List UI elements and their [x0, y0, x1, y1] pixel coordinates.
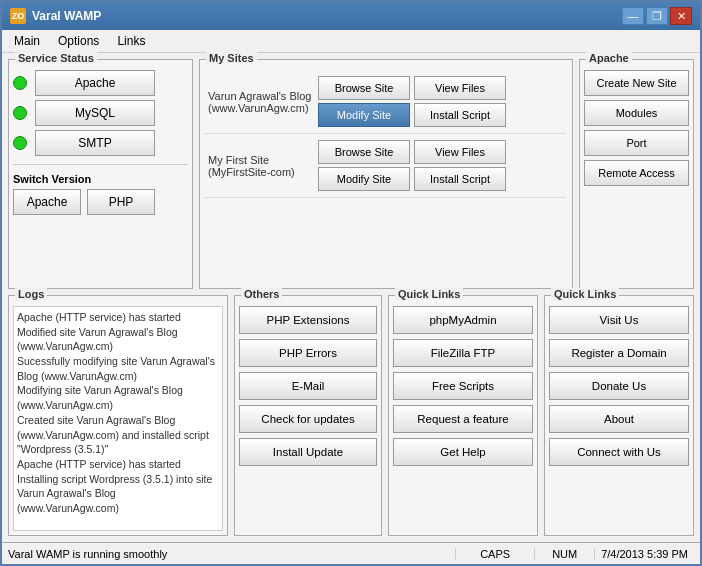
donate-button[interactable]: Donate Us — [549, 372, 689, 400]
apache-panel: Apache Create New Site Modules Port Remo… — [579, 59, 694, 289]
site-action-row-2-top: Browse Site View Files — [318, 140, 506, 164]
phpmyadmin-button[interactable]: phpMyAdmin — [393, 306, 533, 334]
free-scripts-button[interactable]: Free Scripts — [393, 372, 533, 400]
bottom-section: Logs Apache (HTTP service) has started M… — [8, 295, 694, 536]
service-status-panel: Service Status Apache MySQL SMTP Switch … — [8, 59, 193, 289]
sites-list: Varun Agrawal's Blog(www.VarunAgw.cm) Br… — [204, 70, 568, 265]
filezilla-button[interactable]: FileZilla FTP — [393, 339, 533, 367]
window-title: Varal WAMP — [32, 9, 101, 23]
sites-scroll: Varun Agrawal's Blog(www.VarunAgw.cm) Br… — [204, 70, 568, 265]
status-message: Varal WAMP is running smoothly — [8, 548, 455, 560]
quick-links2-panel: Quick Links Visit Us Register a Domain D… — [544, 295, 694, 536]
site-name-1: Varun Agrawal's Blog(www.VarunAgw.cm) — [208, 90, 318, 114]
menu-bar: Main Options Links — [2, 30, 700, 53]
port-button[interactable]: Port — [584, 130, 689, 156]
connect-with-us-button[interactable]: Connect with Us — [549, 438, 689, 466]
switch-version-section: Switch Version Apache PHP — [13, 164, 188, 215]
site2-modify-button[interactable]: Modify Site — [318, 167, 410, 191]
status-bar: Varal WAMP is running smoothly CAPS NUM … — [2, 542, 700, 564]
switch-version-label: Switch Version — [13, 173, 188, 185]
status-time: 7/4/2013 5:39 PM — [595, 548, 694, 560]
switch-apache-button[interactable]: Apache — [13, 189, 81, 215]
register-domain-button[interactable]: Register a Domain — [549, 339, 689, 367]
site-action-row-1-bottom: Modify Site Install Script — [318, 103, 506, 127]
app-icon: ZO — [10, 8, 26, 24]
quick-links1-title: Quick Links — [395, 288, 463, 300]
mysql-service-button[interactable]: MySQL — [35, 100, 155, 126]
restore-button[interactable]: ❐ — [646, 7, 668, 25]
title-bar-left: ZO Varal WAMP — [10, 8, 101, 24]
logs-title: Logs — [15, 288, 47, 300]
menu-links[interactable]: Links — [109, 32, 153, 50]
service-status-title: Service Status — [15, 52, 97, 64]
site1-install-button[interactable]: Install Script — [414, 103, 506, 127]
about-button[interactable]: About — [549, 405, 689, 433]
site2-install-button[interactable]: Install Script — [414, 167, 506, 191]
quick-links1-panel: Quick Links phpMyAdmin FileZilla FTP Fre… — [388, 295, 538, 536]
modules-button[interactable]: Modules — [584, 100, 689, 126]
log-entry-0: Apache (HTTP service) has started — [17, 310, 219, 325]
menu-main[interactable]: Main — [6, 32, 48, 50]
php-extensions-button[interactable]: PHP Extensions — [239, 306, 377, 334]
check-updates-button[interactable]: Check for updates — [239, 405, 377, 433]
log-entry-4: Created site Varun Agrawal's Blog (www.V… — [17, 413, 219, 457]
status-num: NUM — [535, 548, 595, 560]
switch-version-buttons: Apache PHP — [13, 189, 188, 215]
close-button[interactable]: ✕ — [670, 7, 692, 25]
logs-scroll[interactable]: Apache (HTTP service) has started Modifi… — [13, 306, 223, 531]
service-smtp-row: SMTP — [13, 130, 188, 156]
log-entry-2: Sucessfully modifying site Varun Agrawal… — [17, 354, 219, 383]
site2-browse-button[interactable]: Browse Site — [318, 140, 410, 164]
main-window: ZO Varal WAMP — ❐ ✕ Main Options Links S… — [0, 0, 702, 566]
site-actions-2: Browse Site View Files Modify Site Insta… — [318, 140, 506, 191]
create-new-site-button[interactable]: Create New Site — [584, 70, 689, 96]
log-entry-1: Modified site Varun Agrawal's Blog (www.… — [17, 325, 219, 354]
site-action-row-2-bottom: Modify Site Install Script — [318, 167, 506, 191]
site-actions-1: Browse Site View Files Modify Site Insta… — [318, 76, 506, 127]
apache-status-dot — [13, 76, 27, 90]
site-action-row-1-top: Browse Site View Files — [318, 76, 506, 100]
menu-options[interactable]: Options — [50, 32, 107, 50]
site-name-2: My First Site(MyFirstSite-com) — [208, 154, 318, 178]
install-update-button[interactable]: Install Update — [239, 438, 377, 466]
request-feature-button[interactable]: Request a feature — [393, 405, 533, 433]
quick-links2-title: Quick Links — [551, 288, 619, 300]
my-sites-panel: My Sites Varun Agrawal's Blog(www.VarunA… — [199, 59, 573, 289]
php-errors-button[interactable]: PHP Errors — [239, 339, 377, 367]
minimize-button[interactable]: — — [622, 7, 644, 25]
service-apache-row: Apache — [13, 70, 188, 96]
my-sites-title: My Sites — [206, 52, 257, 64]
get-help-button[interactable]: Get Help — [393, 438, 533, 466]
site1-modify-button[interactable]: Modify Site — [318, 103, 410, 127]
status-caps: CAPS — [455, 548, 535, 560]
site1-browse-button[interactable]: Browse Site — [318, 76, 410, 100]
mysql-status-dot — [13, 106, 27, 120]
service-mysql-row: MySQL — [13, 100, 188, 126]
apache-title: Apache — [586, 52, 632, 64]
smtp-service-button[interactable]: SMTP — [35, 130, 155, 156]
log-entry-6: Installing script Wordpress (3.5.1) into… — [17, 472, 219, 516]
title-bar: ZO Varal WAMP — ❐ ✕ — [2, 2, 700, 30]
visit-us-button[interactable]: Visit Us — [549, 306, 689, 334]
log-entry-5: Apache (HTTP service) has started — [17, 457, 219, 472]
smtp-status-dot — [13, 136, 27, 150]
site-entry-1: Varun Agrawal's Blog(www.VarunAgw.cm) Br… — [204, 70, 566, 134]
site2-viewfiles-button[interactable]: View Files — [414, 140, 506, 164]
logs-panel: Logs Apache (HTTP service) has started M… — [8, 295, 228, 536]
log-entry-3: Modifying site Varun Agrawal's Blog (www… — [17, 383, 219, 412]
main-content: Service Status Apache MySQL SMTP Switch … — [2, 53, 700, 542]
others-title: Others — [241, 288, 282, 300]
remote-access-button[interactable]: Remote Access — [584, 160, 689, 186]
top-section: Service Status Apache MySQL SMTP Switch … — [8, 59, 694, 289]
site-entry-2: My First Site(MyFirstSite-com) Browse Si… — [204, 134, 566, 198]
others-panel: Others PHP Extensions PHP Errors E-Mail … — [234, 295, 382, 536]
switch-php-button[interactable]: PHP — [87, 189, 155, 215]
title-buttons: — ❐ ✕ — [622, 7, 692, 25]
apache-service-button[interactable]: Apache — [35, 70, 155, 96]
email-button[interactable]: E-Mail — [239, 372, 377, 400]
site1-viewfiles-button[interactable]: View Files — [414, 76, 506, 100]
